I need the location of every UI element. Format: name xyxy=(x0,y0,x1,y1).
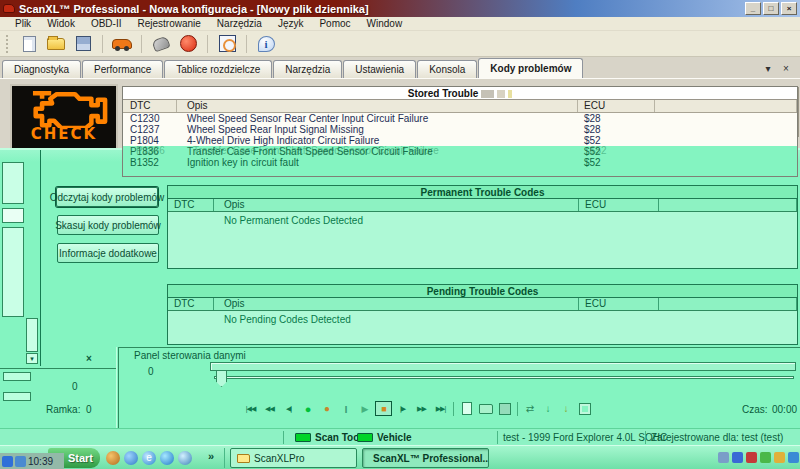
controls-separator xyxy=(517,402,518,416)
record-button[interactable]: ● xyxy=(299,401,316,416)
toolbar-grip[interactable] xyxy=(6,35,9,53)
glitch-fragment xyxy=(2,162,24,204)
tab-diagnostyka[interactable]: Diagnostyka xyxy=(2,60,81,78)
menu-obd-ii[interactable]: OBD-II xyxy=(83,18,130,29)
minimize-button[interactable]: _ xyxy=(745,2,761,15)
fast-forward-button[interactable]: ▶▶ xyxy=(413,401,430,416)
tray-network-icon[interactable] xyxy=(746,452,757,463)
taskbar-task-scanxlpro[interactable]: ScanXLPro xyxy=(230,448,357,468)
restore-button[interactable]: □ xyxy=(763,2,779,15)
quick-launch-icon[interactable] xyxy=(124,451,138,465)
column-header-opis[interactable]: Opis xyxy=(177,100,578,112)
quick-launch-chevron[interactable]: » xyxy=(208,450,214,462)
disconnect-icon xyxy=(180,35,197,52)
menu-narzedzia[interactable]: Narzędzia xyxy=(209,18,270,29)
menu-widok[interactable]: Widok xyxy=(39,18,83,29)
additional-info-button[interactable]: Informacje dodatkowe xyxy=(57,243,159,263)
menu-rejestrowanie[interactable]: Rejestrowanie xyxy=(129,18,208,29)
save-button[interactable] xyxy=(72,34,94,54)
taskbar: Start e » ScanXLPro ScanXL™ Professional… xyxy=(0,445,800,469)
table-row[interactable]: C1237 Wheel Speed Rear Input Signal Miss… xyxy=(123,124,797,135)
new-file-button[interactable] xyxy=(18,34,40,54)
tray-icon[interactable] xyxy=(732,452,743,463)
glitch-clock-fragment: 10:39 xyxy=(0,453,64,469)
tab-performance[interactable]: Performance xyxy=(82,60,163,78)
column-header-opis[interactable]: Opis xyxy=(214,199,579,211)
rewind-button[interactable]: ◀◀ xyxy=(261,401,278,416)
connect-button[interactable] xyxy=(150,34,172,54)
tab-konsola[interactable]: Konsola xyxy=(417,60,477,78)
taskbar-task-scanxl-professional[interactable]: ScanXL™ Professional... xyxy=(362,448,489,468)
frame-view-icon xyxy=(579,403,591,415)
column-header-dtc[interactable]: DTC xyxy=(168,199,214,211)
column-header-ecu[interactable]: ECU xyxy=(578,100,655,112)
tab-tablice-rozdzielcze[interactable]: Tablice rozdzielcze xyxy=(164,60,272,78)
quick-launch-icon[interactable] xyxy=(160,451,174,465)
open-log-button[interactable] xyxy=(477,401,494,416)
position-slider-rail[interactable] xyxy=(214,376,794,379)
play-button[interactable]: ▶ xyxy=(356,401,373,416)
table-row[interactable]: C1230 Wheel Speed Sensor Rear Center Inp… xyxy=(123,113,797,124)
new-file-icon xyxy=(23,36,36,52)
tab-scroll-dropdown-icon[interactable]: ▾ xyxy=(761,63,775,74)
internet-explorer-icon[interactable]: e xyxy=(142,451,156,465)
pause-button[interactable]: || xyxy=(337,401,354,416)
marker-button[interactable]: ● xyxy=(318,401,335,416)
column-header-opis[interactable]: Opis xyxy=(214,298,579,310)
status-bar: Scan Tool Vehicle test - 1999 Ford Explo… xyxy=(0,428,800,445)
tray-icon[interactable] xyxy=(760,452,771,463)
open-file-button[interactable] xyxy=(45,34,67,54)
tab-ustawienia[interactable]: Ustawienia xyxy=(343,60,416,78)
column-header-blank[interactable] xyxy=(655,100,797,112)
disconnect-button[interactable] xyxy=(177,34,199,54)
column-header-ecu[interactable]: ECU xyxy=(579,199,659,211)
quick-launch-icon[interactable] xyxy=(106,451,120,465)
tab-close-icon[interactable]: × xyxy=(779,63,793,74)
media-player-icon[interactable] xyxy=(178,451,192,465)
vehicle-button[interactable] xyxy=(111,34,133,54)
table-row[interactable]: P1836 Transfer Case Front Shaft Speed Se… xyxy=(123,146,797,157)
tray-icon[interactable] xyxy=(718,452,729,463)
scanxl-app-window: ScanXL™ Professional - Nowa konfiguracja… xyxy=(0,0,800,469)
dashboard-icon xyxy=(219,35,236,52)
playback-controls: |◀◀ ◀◀ ◀| ● ● || ▶ ■ |▶ ▶▶ ▶▶| ⇄ ↓ ↓ xyxy=(242,401,593,416)
tab-narzedzia[interactable]: Narzędzia xyxy=(273,60,342,78)
stop-button[interactable]: ■ xyxy=(375,401,392,416)
close-button[interactable]: × xyxy=(781,2,797,15)
tab-kody-problemow[interactable]: Kody problemów xyxy=(478,58,583,78)
tray-icon[interactable] xyxy=(788,452,799,463)
column-header-blank[interactable] xyxy=(659,298,797,310)
import-button[interactable]: ↓ xyxy=(558,403,574,414)
menu-jezyk[interactable]: Język xyxy=(270,18,312,29)
menu-bar: Plik Widok OBD-II Rejestrowanie Narzędzi… xyxy=(0,17,800,31)
dashboard-button[interactable] xyxy=(216,34,238,54)
clear-codes-button[interactable]: Skasuj kody problemów xyxy=(57,215,159,235)
step-forward-button[interactable]: |▶ xyxy=(394,401,411,416)
save-icon xyxy=(76,36,91,51)
scroll-down-button[interactable]: ▾ xyxy=(26,353,38,364)
skip-to-start-button[interactable]: |◀◀ xyxy=(242,401,259,416)
column-header-dtc[interactable]: DTC xyxy=(123,100,177,112)
table-row[interactable]: P1804 4-Wheel Drive High Indicator Circu… xyxy=(123,135,797,146)
step-back-button[interactable]: ◀| xyxy=(280,401,297,416)
corrupted-pixels xyxy=(508,90,512,98)
new-log-button[interactable] xyxy=(458,401,475,416)
tray-volume-icon[interactable] xyxy=(774,452,785,463)
export-button[interactable]: ⇄ xyxy=(522,403,538,414)
column-header-blank[interactable] xyxy=(659,199,797,211)
read-codes-button[interactable]: Odczytaj kody problemów xyxy=(56,187,158,207)
table-row[interactable]: B1352 Ignition key in circuit fault $52 xyxy=(123,157,797,168)
column-header-ecu[interactable]: ECU xyxy=(579,298,659,310)
save-log-button[interactable] xyxy=(496,401,513,416)
download-button[interactable]: ↓ xyxy=(540,403,556,414)
skip-to-end-button[interactable]: ▶▶| xyxy=(432,401,449,416)
frame-view-button[interactable] xyxy=(576,401,593,416)
connect-icon xyxy=(151,35,170,52)
menu-pomoc[interactable]: Pomoc xyxy=(311,18,358,29)
info-button[interactable]: i xyxy=(255,34,277,54)
column-header-dtc[interactable]: DTC xyxy=(168,298,214,310)
menu-window[interactable]: Window xyxy=(359,18,411,29)
fragment-close-icon[interactable]: × xyxy=(86,353,92,364)
position-slider-track[interactable] xyxy=(210,362,796,371)
menu-plik[interactable]: Plik xyxy=(7,18,39,29)
